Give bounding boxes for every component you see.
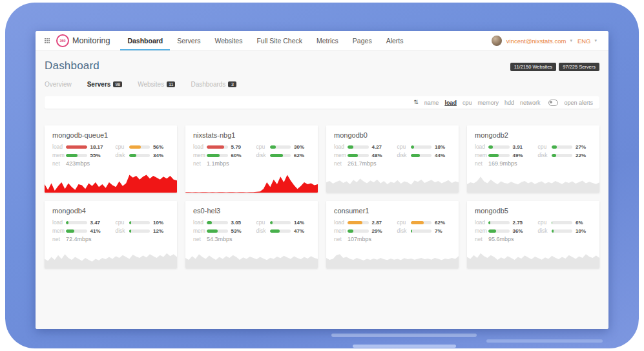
metric-bar-track [348, 229, 369, 233]
metric-bar-track [488, 154, 510, 157]
sort-option-hdd[interactable]: hdd [504, 100, 514, 106]
metric-disk: disk 7% [397, 228, 452, 233]
server-name[interactable]: es0-hel3 [185, 201, 318, 220]
sort-option-network[interactable]: network [520, 100, 541, 106]
metric-value: 22% [576, 153, 592, 158]
net-value: 261.7mbps [348, 160, 377, 167]
user-menu[interactable]: vincent@nixstats.com [506, 37, 566, 45]
nav-item-servers[interactable]: Servers [170, 31, 207, 50]
nav-item-websites[interactable]: Websites [207, 31, 249, 50]
server-name[interactable]: mongodb2 [467, 125, 599, 144]
server-card-nixstats-nbg1[interactable]: nixstats-nbg1 load 5.79 mem 60% net 1.1m… [185, 125, 318, 193]
server-name[interactable]: mongodb0 [326, 125, 459, 144]
open-alerts-filter[interactable]: open alerts [564, 100, 593, 106]
metric-label: net [193, 160, 207, 167]
metric-bar-track [552, 221, 573, 224]
tab-websites[interactable]: Websites 11 [138, 81, 175, 88]
metric-value: 47% [294, 228, 310, 234]
decorative-streak [353, 345, 456, 348]
metric-disk: disk 10% [538, 228, 592, 233]
tab-servers[interactable]: Servers 98 [87, 81, 123, 88]
sort-option-name[interactable]: name [424, 100, 439, 106]
nav-right: vincent@nixstats.com ▾ ENG ▾ [492, 31, 608, 50]
metric-bar-track [207, 229, 228, 233]
nav-item-pages[interactable]: Pages [346, 31, 379, 50]
metric-cpu: cpu 18% [397, 144, 452, 149]
metric-cpu: cpu 62% [397, 220, 452, 225]
app-window: 360 Monitoring DashboardServersWebsitesF… [36, 31, 608, 329]
status-badge: 11/2150 Websites [510, 63, 556, 71]
metric-cpu: cpu 10% [116, 220, 170, 225]
metric-bar-fill [66, 221, 68, 224]
metric-bar-fill [411, 229, 412, 233]
server-name[interactable]: mongodb-queue1 [45, 125, 177, 144]
metric-bar-track [66, 154, 87, 157]
metric-bar-fill [411, 154, 420, 157]
server-metrics: load 18.17 mem 55% net 423mbps cpu [45, 144, 177, 169]
server-card-es0-hel3[interactable]: es0-hel3 load 3.05 mem 53% net 54.3mbps [185, 201, 318, 268]
metric-label: cpu [256, 219, 270, 226]
chevron-down-icon: ▾ [594, 38, 597, 43]
server-name[interactable]: consumer1 [326, 201, 459, 220]
tab-overview[interactable]: Overview [45, 81, 72, 88]
nav-item-dashboard[interactable]: Dashboard [120, 31, 170, 50]
metric-cpu: cpu 14% [256, 220, 311, 225]
metric-load: load 3.05 [193, 220, 247, 225]
decorative-streak [486, 339, 603, 343]
metric-bar-fill [66, 145, 87, 149]
metric-bar-track [411, 145, 432, 149]
metric-bar-fill [129, 145, 141, 149]
language-selector[interactable]: ENG [577, 37, 591, 45]
logo-text: Monitoring [72, 36, 110, 45]
metric-label: disk [116, 228, 129, 234]
metric-load: load 2.87 [334, 220, 388, 225]
metric-label: mem [52, 228, 66, 234]
metric-label: net [52, 236, 66, 242]
metric-load: load 5.79 [193, 144, 247, 149]
nav-item-alerts[interactable]: Alerts [379, 31, 411, 50]
app-grid-icon[interactable] [41, 31, 54, 50]
metric-value: 2.75 [513, 220, 529, 226]
server-name[interactable]: mongodb4 [45, 201, 177, 220]
metric-bar-track [348, 145, 369, 149]
metric-bar-track [488, 145, 510, 149]
sort-icon: ⇅ [413, 100, 419, 105]
metric-value: 10% [153, 220, 169, 226]
sort-option-cpu[interactable]: cpu [462, 100, 472, 106]
sort-option-load[interactable]: load [444, 100, 457, 106]
metric-label: load [475, 219, 488, 226]
server-card-mongodb0[interactable]: mongodb0 load 4.27 mem 48% net 261.7mbps [326, 125, 459, 193]
open-alerts-toggle-icon[interactable] [548, 100, 558, 106]
metric-label: load [334, 144, 348, 150]
tab-dashboards[interactable]: Dashboards 3 [191, 81, 236, 88]
metric-value: 29% [372, 228, 388, 234]
metric-bar-fill [411, 145, 415, 149]
server-card-mongodb2[interactable]: mongodb2 load 3.91 mem 49% net 169.9mbps [467, 125, 599, 193]
net-value: 423mbps [66, 160, 90, 167]
metric-cpu: cpu 6% [538, 220, 592, 225]
nav-item-metrics[interactable]: Metrics [309, 31, 346, 50]
server-card-mongodb4[interactable]: mongodb4 load 3.47 mem 41% net 72.4mbps [45, 201, 177, 268]
sort-toolbar: ⇅ nameloadcpumemoryhddnetwork open alert… [45, 96, 599, 109]
metric-value: 48% [372, 153, 388, 158]
sort-option-memory[interactable]: memory [477, 100, 499, 106]
server-name[interactable]: mongodb5 [467, 201, 599, 220]
metric-cpu: cpu 30% [256, 144, 311, 149]
server-card-mongodb5[interactable]: mongodb5 load 2.75 mem 36% net 95.6mbps [467, 201, 599, 268]
server-card-mongodb-queue1[interactable]: mongodb-queue1 load 18.17 mem 55% net 42… [45, 125, 177, 193]
metric-bar-fill [207, 221, 212, 224]
logo[interactable]: 360 Monitoring [54, 31, 118, 50]
net-value: 169.9mbps [488, 160, 517, 167]
metric-load: load 2.75 [475, 220, 529, 225]
metric-value: 3.05 [231, 220, 247, 226]
metric-label: disk [116, 152, 129, 158]
metric-disk: disk 44% [397, 153, 452, 158]
avatar[interactable] [492, 36, 502, 46]
metric-label: cpu [116, 144, 129, 150]
server-name[interactable]: nixstats-nbg1 [185, 125, 318, 144]
server-card-consumer1[interactable]: consumer1 load 2.87 mem 29% net 107mbps [326, 201, 459, 268]
metric-value: 62% [435, 220, 451, 226]
nav-item-full-site-check[interactable]: Full Site Check [249, 31, 309, 50]
metric-value: 62% [294, 153, 310, 158]
metric-bar-fill [552, 145, 557, 149]
